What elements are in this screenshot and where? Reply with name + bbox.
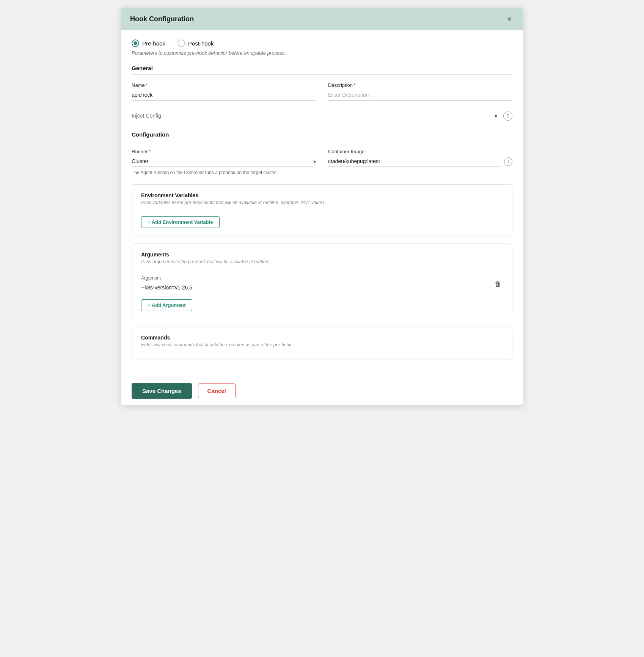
close-button[interactable]: × <box>505 14 514 24</box>
prehook-radio[interactable] <box>132 39 139 47</box>
description-label: Description* <box>328 82 512 88</box>
runner-required: * <box>149 149 151 154</box>
arguments-title: Arguments <box>141 251 503 258</box>
argument-label: Argument <box>141 275 488 281</box>
prehook-option[interactable]: Pre-hook <box>132 39 165 47</box>
configuration-section: Configuration Runner* Cluster ▾ Containe… <box>132 131 512 175</box>
runner-label: Runner* <box>132 149 316 154</box>
argument-row: Argument 🗑 <box>141 275 503 293</box>
runner-input-row: Cluster ▾ <box>132 156 316 167</box>
runner-group: Runner* Cluster ▾ <box>132 149 316 167</box>
runner-hint: The Agent running on the Controller runs… <box>132 170 512 175</box>
modal-title: Hook Configuration <box>130 15 194 23</box>
container-image-label: Container Image <box>328 149 512 154</box>
inject-config-wrapper: Inject Config ▾ <box>132 110 499 122</box>
description-input[interactable] <box>328 90 512 101</box>
name-group: Name* <box>132 82 316 101</box>
inject-config-help-icon[interactable]: ? <box>503 112 512 121</box>
add-argument-button[interactable]: + Add Argument <box>141 299 192 311</box>
runner-row: Runner* Cluster ▾ Container Image i <box>132 149 512 167</box>
cancel-button[interactable]: Cancel <box>198 384 236 398</box>
save-changes-button[interactable]: Save Changes <box>132 383 192 399</box>
env-vars-title: Environment Variables <box>141 192 503 198</box>
modal-footer: Save Changes Cancel <box>121 377 523 405</box>
name-required: * <box>146 82 148 88</box>
name-description-row: Name* Description* <box>132 82 512 101</box>
inject-config-select[interactable]: Inject Config <box>132 110 499 122</box>
prehook-label: Pre-hook <box>142 40 165 47</box>
description-required: * <box>353 82 355 88</box>
description-group: Description* <box>328 82 512 101</box>
container-image-input[interactable] <box>328 156 501 167</box>
name-input[interactable] <box>132 90 316 101</box>
posthook-option[interactable]: Post-hook <box>177 39 214 47</box>
inject-config-row: Inject Config ▾ ? <box>132 110 512 122</box>
env-vars-box: Environment Variables Pass variables to … <box>132 184 512 236</box>
posthook-radio[interactable] <box>177 39 185 47</box>
modal-body: Pre-hook Post-hook Parameters to customi… <box>121 30 523 377</box>
general-section: General Name* Description* <box>132 65 512 122</box>
env-vars-description: Pass variables to the pre-hook script th… <box>141 200 503 210</box>
runner-select[interactable]: Cluster <box>132 156 313 167</box>
modal-header: Hook Configuration × <box>121 8 523 30</box>
runner-arrow-icon: ▾ <box>313 159 316 165</box>
commands-box: Commands Enter any shell commands that s… <box>132 327 512 360</box>
hook-configuration-modal: Hook Configuration × Pre-hook Post-hook … <box>121 8 523 405</box>
name-label: Name* <box>132 82 316 88</box>
configuration-section-title: Configuration <box>132 131 512 141</box>
general-section-title: General <box>132 65 512 75</box>
container-image-info-icon[interactable]: i <box>504 157 512 166</box>
argument-group: Argument <box>141 275 488 293</box>
argument-input[interactable] <box>141 282 488 293</box>
commands-description: Enter any shell commands that should be … <box>141 342 503 352</box>
container-image-group: Container Image i <box>328 149 512 167</box>
container-image-row: i <box>328 156 512 167</box>
commands-title: Commands <box>141 335 503 341</box>
arguments-description: Pass arguments to the pre-hook that will… <box>141 259 503 269</box>
delete-argument-icon[interactable]: 🗑 <box>493 279 503 290</box>
posthook-label: Post-hook <box>188 40 214 47</box>
hook-description: Parameters to customize pre-hook behavio… <box>132 50 512 56</box>
hook-type-row: Pre-hook Post-hook <box>132 39 512 47</box>
arguments-box: Arguments Pass arguments to the pre-hook… <box>132 244 512 319</box>
add-env-var-button[interactable]: + Add Environment Variable <box>141 216 220 228</box>
